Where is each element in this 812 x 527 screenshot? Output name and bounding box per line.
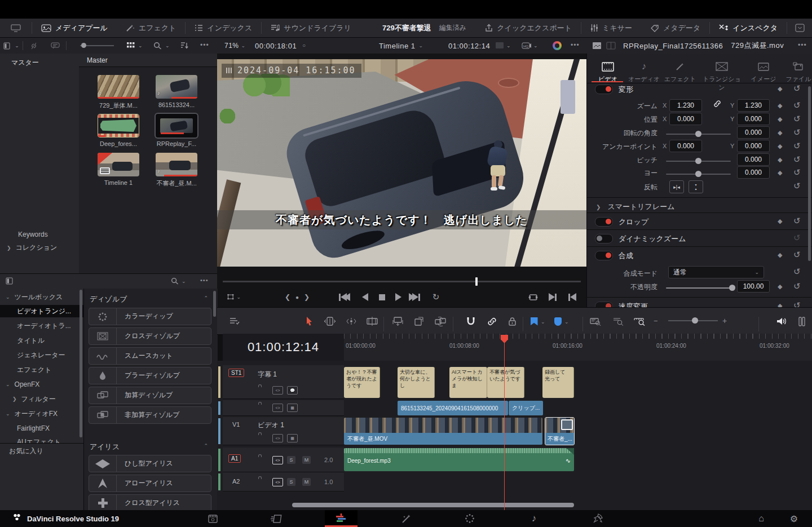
opacity-input[interactable]: 100.00	[737, 280, 770, 293]
frame-step-controls[interactable]: ❮●❯	[280, 291, 314, 303]
track-header-v1[interactable]: V1 ビデオ 1 <> ▦	[223, 417, 344, 445]
auto-select-icon[interactable]: <>	[272, 456, 283, 464]
auto-select-icon[interactable]: <>	[272, 434, 283, 442]
reset-icon[interactable]: ↺	[793, 250, 801, 260]
reset-icon[interactable]: ↺	[793, 83, 801, 94]
zoom-in-icon[interactable]: +	[722, 316, 727, 325]
link-xy-icon[interactable]	[713, 100, 721, 110]
reset-icon[interactable]: ↺	[793, 181, 801, 191]
marker-button[interactable]	[552, 315, 563, 328]
subtitle-track-icon[interactable]: 💬	[287, 386, 298, 395]
go-to-start-button[interactable]	[338, 291, 351, 303]
reset-icon[interactable]: ↺	[793, 141, 801, 151]
thumb-size-slider[interactable]	[80, 45, 114, 46]
clip-more-icon[interactable]: •••	[798, 41, 807, 49]
tree-audio-transitions[interactable]: オーディオトラ...	[0, 320, 83, 332]
media-clip-8615[interactable]: ♪ 861513324...	[147, 75, 206, 108]
inspector-scrollbar[interactable]	[808, 86, 811, 261]
solo-button[interactable]: S	[287, 456, 295, 464]
speed-change-toggle[interactable]	[595, 302, 613, 307]
page-media[interactable]	[196, 510, 229, 527]
media-clip-rpreplay[interactable]: RPReplay_F...	[147, 114, 206, 147]
trim-edit-mode-tool[interactable]	[323, 315, 337, 328]
project-manager-icon[interactable]: ⌂	[750, 510, 773, 527]
page-fusion[interactable]	[390, 510, 422, 527]
timeline-timecode[interactable]: 01:00:12:14	[223, 334, 344, 361]
zoom-detail-button[interactable]	[611, 315, 625, 328]
keyframe-icon[interactable]: ◆	[778, 283, 782, 290]
stop-button[interactable]	[375, 291, 389, 303]
reset-icon[interactable]: ↺	[793, 267, 801, 277]
iris-section-header[interactable]: アイリス⌃	[90, 442, 210, 456]
track-name-v1[interactable]: ビデオ 1	[258, 420, 284, 430]
snapping-button[interactable]	[464, 315, 478, 328]
timeline-h-scrollbar[interactable]	[292, 503, 574, 507]
track-header-st1[interactable]: ST1 字幕 1 <> 💬	[223, 365, 344, 399]
safe-area-icon[interactable]: ⌄	[495, 42, 511, 49]
effects-favorites[interactable]: お気に入り	[0, 443, 83, 458]
flip-horizontal-button[interactable]: ▸|◂	[669, 180, 684, 193]
reset-icon[interactable]: ↺	[793, 216, 801, 226]
pitch-input[interactable]: 0.000	[737, 153, 770, 166]
transition-cross-dissolve[interactable]: クロスディゾルブ	[89, 327, 211, 345]
layout-preset-icon[interactable]	[787, 24, 812, 32]
reset-icon[interactable]: ↺	[793, 114, 801, 124]
transition-arrow-iris[interactable]: アローアイリス	[89, 475, 211, 492]
media-clip-deep-forest[interactable]: Deep_fores...	[89, 114, 148, 147]
stills-gallery-icon[interactable]	[592, 42, 602, 50]
viewer-more-icon[interactable]: •••	[571, 41, 580, 49]
play-button[interactable]	[391, 291, 405, 303]
v2-clip-short[interactable]: クリップ...	[509, 401, 543, 415]
page-deliver[interactable]	[581, 510, 614, 527]
overwrite-clip-button[interactable]	[412, 315, 426, 328]
keyframe-icon[interactable]: ◆	[778, 302, 782, 307]
sort-icon[interactable]	[180, 42, 189, 49]
media-clip-timeline1[interactable]: Timeline 1	[89, 153, 148, 186]
button-quick-export[interactable]: クイックエクスポート	[476, 19, 581, 37]
linked-selection-button[interactable]	[484, 315, 499, 328]
track-header-a1[interactable]: A1 <> S M 2.0	[223, 448, 344, 472]
zoom-full-extent-button[interactable]	[588, 315, 603, 328]
reset-icon[interactable]: ↺	[793, 154, 801, 165]
razor-edit-tool[interactable]	[365, 315, 379, 328]
more-options-icon[interactable]: •••	[200, 41, 209, 49]
zoom-y-input[interactable]: 1.230	[737, 99, 770, 112]
play-reverse-button[interactable]	[358, 291, 372, 303]
pitch-slider[interactable]	[666, 161, 731, 162]
viewer-playhead[interactable]	[475, 277, 478, 286]
solo-button[interactable]: S	[287, 478, 295, 486]
keyframe-icon[interactable]: ◆	[778, 116, 782, 123]
source-zoom-select[interactable]: 71%⌄	[224, 38, 245, 54]
playhead-line[interactable]	[504, 335, 505, 510]
subtitle-clip-2[interactable]: 大切な車に、何かしようとし	[398, 367, 435, 398]
grid-view-icon[interactable]: ⌄	[127, 42, 143, 49]
rotation-input[interactable]: 0.000	[737, 126, 770, 139]
bin-keywords[interactable]: Keywords	[18, 231, 48, 238]
inspector-tab-video[interactable]: ビデオ	[590, 60, 625, 83]
button-inspector[interactable]: インスペクタ	[710, 19, 787, 37]
video-frame[interactable]: 2024-09-04 16:15:00 不審者が気づいたようです！ 逃げ出しまし…	[217, 59, 586, 267]
subtitle-clip-3[interactable]: AIスマートカメラが検知しま	[449, 367, 487, 398]
reset-icon[interactable]: ↺	[793, 281, 801, 291]
viewer-scrub-bar[interactable]	[223, 281, 581, 282]
composite-toggle[interactable]	[595, 251, 613, 260]
bin-collections[interactable]: ❯ コレクション	[7, 243, 57, 253]
timeline-zoom-slider[interactable]	[668, 320, 718, 321]
zoom-x-input[interactable]: 1.230	[669, 99, 702, 112]
inspector-tab-image[interactable]: イメージ	[746, 60, 781, 83]
media-clip-fushinsha-hiru[interactable]: ♪ 不審者_昼.M...	[147, 153, 206, 188]
source-timecode[interactable]: 00:00:18:01	[255, 42, 297, 50]
keyframe-icon[interactable]: ◆	[778, 156, 782, 163]
keyframe-icon[interactable]: ◆	[778, 102, 782, 109]
v1-clip-main[interactable]: 不審者_昼.MOV	[344, 418, 542, 445]
bin-list-toggle-icon[interactable]: ⌄	[0, 42, 23, 50]
track-header-v2[interactable]: <> ▦	[223, 400, 344, 416]
usage-comment-icon[interactable]	[45, 42, 66, 50]
film-frame-icon[interactable]: ▦	[287, 434, 298, 442]
page-color[interactable]	[453, 510, 486, 527]
auto-select-icon[interactable]: <>	[272, 404, 283, 412]
tab-media-pool[interactable]: メディアプール	[32, 19, 117, 37]
mixer-toggle-icon[interactable]	[795, 315, 809, 328]
transition-diamond-iris[interactable]: ひし型アイリス	[89, 455, 211, 472]
yaw-slider[interactable]	[666, 174, 731, 175]
